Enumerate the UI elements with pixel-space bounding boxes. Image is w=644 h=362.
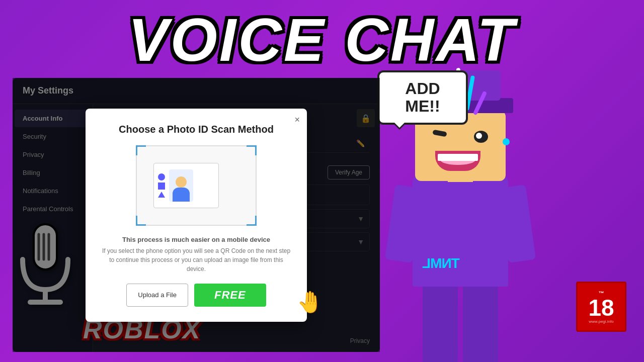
- char-teeth: [438, 154, 478, 161]
- photo-id-modal: × Choose a Photo ID Scan Method This pro…: [86, 109, 307, 322]
- id-person-avatar: [169, 169, 193, 202]
- modal-description: If you select the phone option you will …: [101, 246, 292, 274]
- modal-overlay: × Choose a Photo ID Scan Method This pro…: [13, 78, 380, 352]
- pegi-number: 18: [588, 296, 614, 319]
- shape-circle: [158, 173, 165, 180]
- scan-corner-tl: [136, 145, 146, 155]
- char-left-eye: [432, 130, 447, 137]
- scan-corner-bl: [136, 216, 146, 226]
- free-button[interactable]: FREE: [194, 284, 266, 307]
- scan-corner-tr: [247, 145, 257, 155]
- shape-square: [158, 183, 165, 190]
- speech-bubble: ADD ME!!: [377, 70, 468, 125]
- char-right-leg: [463, 282, 498, 362]
- pegi-badge: ™ 18 www.pegi.info: [576, 282, 626, 332]
- char-right-eye: [474, 131, 488, 143]
- id-shapes: [158, 173, 165, 198]
- char-torso: TNML: [413, 176, 508, 287]
- char-earpiece: [503, 138, 510, 145]
- scan-corner-br: [247, 216, 257, 226]
- modal-subtitle: This process is much easier on a mobile …: [101, 236, 292, 243]
- upload-file-button[interactable]: Upload a File: [126, 284, 188, 307]
- char-left-leg: [423, 282, 458, 362]
- modal-close-button[interactable]: ×: [294, 115, 300, 125]
- char-eye-shine: [476, 133, 482, 139]
- modal-title: Choose a Photo ID Scan Method: [101, 124, 292, 135]
- pegi-url: www.pegi.info: [589, 319, 613, 324]
- avatar-head: [176, 176, 187, 188]
- id-scan-illustration: [136, 145, 257, 226]
- hero-title: VOICE CHAT: [128, 5, 516, 74]
- id-card-visual: [153, 163, 219, 208]
- cursor-hand: 🤚: [297, 290, 323, 314]
- shape-triangle: [158, 192, 165, 198]
- char-shirt-text: TNML: [423, 255, 460, 272]
- modal-buttons: Upload a File FREE: [101, 284, 292, 307]
- speech-text: ADD ME!!: [389, 80, 456, 115]
- avatar-body: [173, 188, 190, 202]
